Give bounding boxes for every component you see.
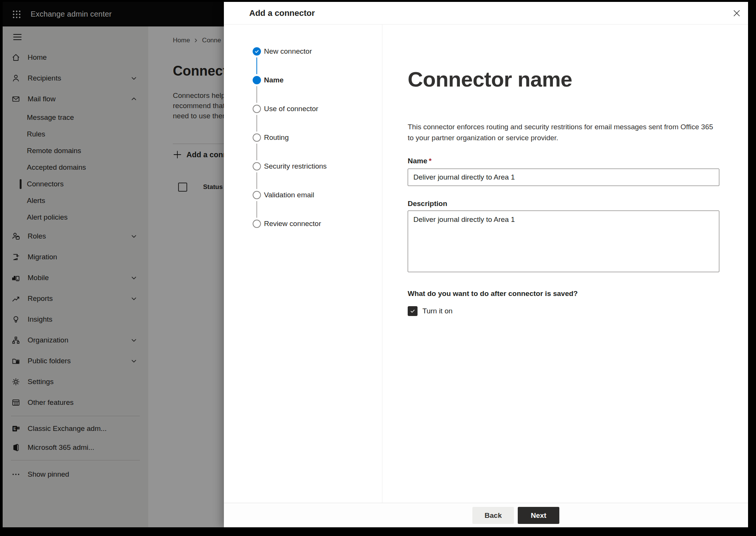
checkmark-icon [410, 308, 416, 314]
step-label: Routing [264, 133, 289, 142]
step-label: Use of connector [264, 105, 318, 113]
close-button[interactable] [731, 7, 743, 19]
step-todo-dot [253, 162, 261, 170]
turn-it-on-label: Turn it on [422, 307, 453, 315]
step-security-restrictions[interactable]: Security restrictions [253, 162, 382, 191]
dialog-body: New connector Name Use of connector Rout… [224, 25, 748, 503]
dialog-content: Connector name This connector enforces r… [382, 25, 748, 503]
back-button[interactable]: Back [472, 507, 514, 524]
next-button[interactable]: Next [518, 507, 559, 524]
footer-buttons: Back Next [472, 507, 559, 524]
step-label: Validation email [264, 191, 314, 199]
step-connector-line [256, 115, 257, 132]
step-connector-line [256, 201, 257, 218]
dialog-title: Add a connector [249, 8, 315, 18]
step-validation-email[interactable]: Validation email [253, 191, 382, 220]
required-asterisk: * [429, 157, 432, 165]
step-todo-dot [253, 220, 261, 228]
description-textarea[interactable]: Deliver journal directly to Area 1 [408, 211, 719, 272]
step-new-connector[interactable]: New connector [253, 47, 382, 76]
step-routing[interactable]: Routing [253, 133, 382, 162]
step-todo-dot [253, 105, 261, 113]
step-description: This connector enforces routing and secu… [408, 121, 719, 143]
description-field-label: Description [408, 200, 719, 208]
close-icon [733, 9, 741, 17]
step-review-connector[interactable]: Review connector [253, 220, 382, 248]
turn-it-on-checkbox[interactable] [408, 306, 418, 316]
add-connector-dialog: Add a connector New connector [224, 2, 748, 527]
step-connector-line [256, 144, 257, 160]
name-input[interactable] [408, 169, 719, 186]
after-save-question: What do you want to do after connector i… [408, 290, 719, 298]
wizard-stepper: New connector Name Use of connector Rout… [224, 25, 382, 503]
step-label: Security restrictions [264, 162, 327, 170]
step-label: New connector [264, 47, 312, 56]
step-done-icon [253, 47, 261, 56]
dialog-footer: Back Next [224, 503, 748, 527]
step-connector-line [256, 172, 257, 189]
name-field-label: Name* [408, 157, 719, 165]
dialog-header: Add a connector [224, 2, 748, 25]
step-connector-line [256, 86, 257, 103]
step-todo-dot [253, 191, 261, 199]
step-label: Name [264, 76, 284, 84]
step-todo-dot [253, 133, 261, 142]
step-name[interactable]: Name [253, 76, 382, 105]
step-label: Review connector [264, 220, 321, 228]
step-current-dot [253, 76, 261, 84]
app-window: Exchange admin center Home [3, 2, 748, 527]
step-heading: Connector name [408, 68, 719, 91]
step-use-of-connector[interactable]: Use of connector [253, 105, 382, 133]
step-connector-line [256, 57, 257, 74]
turn-it-on-row: Turn it on [408, 306, 719, 316]
